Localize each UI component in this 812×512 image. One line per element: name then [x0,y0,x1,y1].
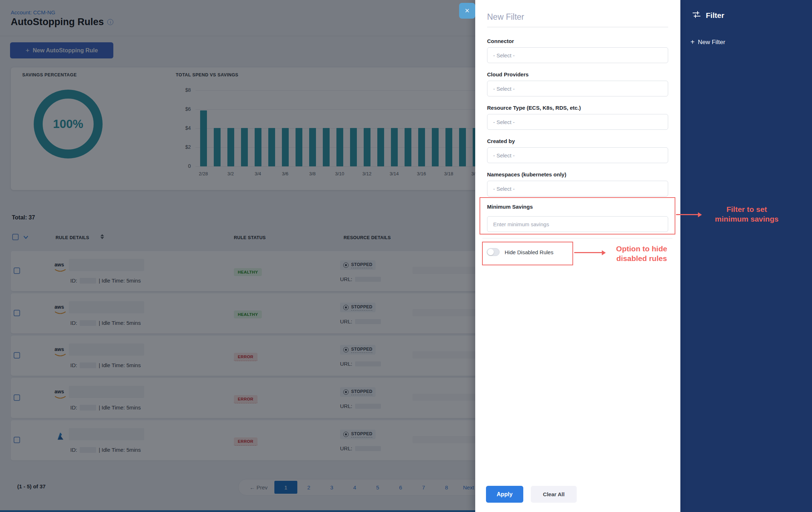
field-label: Created by [487,138,668,144]
minimum-savings-label: Minimum Savings [487,204,668,210]
sidebar-title: Filter [706,11,724,20]
field-label: Cloud Providers [487,71,668,77]
minimum-savings-input[interactable] [487,216,668,232]
field-select[interactable]: - Select - [487,114,668,130]
select-placeholder: - Select - [493,186,515,192]
new-filter-label: New Filter [698,39,726,46]
select-placeholder: - Select - [493,86,515,92]
field-select[interactable]: - Select - [487,181,668,196]
annotation-arrow-head [698,212,702,217]
filter-fields: Connector - Select - Cloud Providers - S… [487,38,668,196]
field-label: Connector [487,38,668,44]
field-select[interactable]: - Select - [487,147,668,163]
hide-disabled-row: Hide Disabled Rules [487,248,553,256]
select-placeholder: - Select - [493,119,515,125]
drawer-divider [482,238,672,238]
field-label: Namespaces (kubernetes only) [487,171,668,177]
field-select[interactable]: - Select - [487,81,668,96]
filter-field: Connector - Select - [487,38,668,63]
hide-disabled-toggle[interactable] [487,248,500,256]
annotation-text-minimum-savings: Filter to set minimum savings [704,204,790,224]
close-icon: × [465,6,469,15]
annotation-text-hide-disabled: Option to hide disabled rules [608,244,676,264]
annotation-arrow [574,252,602,253]
filter-field: Created by - Select - [487,138,668,163]
filter-sidebar: Filter + New Filter [680,0,812,512]
filter-field: Namespaces (kubernetes only) - Select - [487,171,668,196]
minimum-savings-field: Minimum Savings [487,204,668,232]
dim-overlay [0,0,475,512]
sidebar-new-filter-button[interactable]: + New Filter [690,38,725,46]
apply-button[interactable]: Apply [486,486,523,503]
hide-disabled-label: Hide Disabled Rules [505,249,553,255]
field-select[interactable]: - Select - [487,47,668,63]
clear-all-button[interactable]: Clear All [531,486,577,503]
annotation-arrow-head [602,250,606,255]
select-placeholder: - Select - [493,52,515,58]
plus-icon: + [690,38,695,46]
close-drawer-button[interactable]: × [459,3,475,19]
filter-sliders-icon [692,11,701,20]
filter-field: Resource Type (ECS, K8s, RDS, etc.) - Se… [487,105,668,130]
annotation-arrow [676,214,698,215]
filter-name-input[interactable] [487,0,668,27]
select-placeholder: - Select - [493,152,515,158]
field-label: Resource Type (ECS, K8s, RDS, etc.) [487,105,668,111]
filter-field: Cloud Providers - Select - [487,71,668,96]
